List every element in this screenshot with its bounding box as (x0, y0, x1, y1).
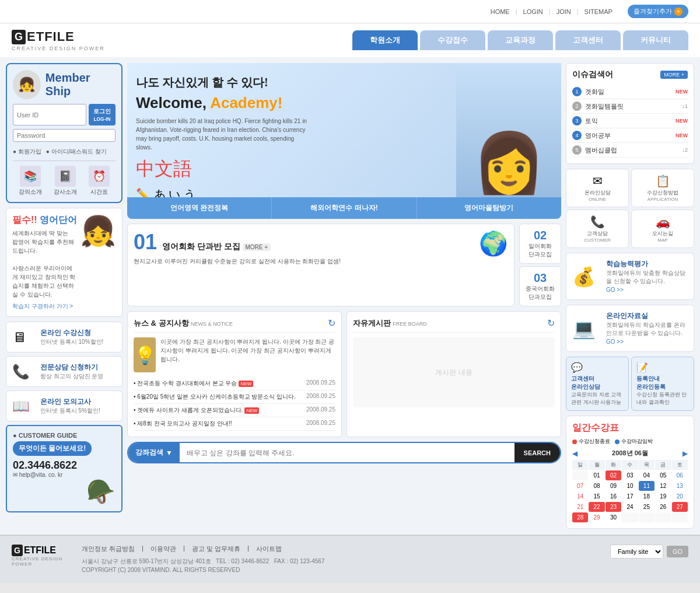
cal-day[interactable]: 18 (639, 491, 654, 501)
nav-home[interactable]: HOME (491, 8, 510, 15)
search-select[interactable]: 강좌검색 ▼ (128, 443, 180, 462)
search-input[interactable] (180, 443, 514, 462)
register-link[interactable]: ● 회원가입 (13, 148, 41, 156)
online-registration-card[interactable]: 🖥 온라인 수강신청 인터넷 등록시 10%할인! (6, 322, 123, 353)
nav-tab-4[interactable]: 커뮤니티 (623, 30, 688, 50)
nav-join[interactable]: JOIN (556, 8, 571, 15)
cal-day[interactable]: 28 (572, 512, 588, 522)
cal-day[interactable]: 14 (572, 491, 588, 501)
login-button[interactable]: 로그인LOG-IN (89, 104, 116, 125)
nav-tab-2[interactable]: 교육과정 (488, 30, 553, 50)
search-button[interactable]: SEARCH (514, 443, 560, 462)
quick-link-3[interactable]: 🚗 오시는길 MAP (631, 210, 694, 248)
footer-link-1[interactable]: 이용약관 (150, 545, 176, 553)
cal-day[interactable]: 09 (606, 481, 621, 491)
feature-go-0[interactable]: GO >> (606, 287, 624, 293)
cal-day[interactable]: 02 (606, 470, 621, 480)
quick-links: ✉ 온라인상담 ONLINE 📋 수강신청방법 APPLICATION 📞 고객… (566, 169, 694, 248)
footer-logo[interactable]: G ETFILE CREATIVE DESIGN POWER (12, 545, 70, 567)
cal-day[interactable]: 21 (572, 502, 588, 512)
cal-day (622, 512, 638, 522)
cal-day[interactable]: 27 (672, 502, 688, 512)
news-item-0[interactable]: • 전국초등 수학 경시대회에서 본교 우승NEW 2008.09.25 (134, 377, 335, 390)
cal-day[interactable]: 20 (672, 491, 688, 501)
cal-day[interactable]: 03 (622, 470, 638, 480)
cal-day[interactable]: 26 (655, 502, 671, 512)
quick-link-0[interactable]: ✉ 온라인상담 ONLINE (566, 169, 629, 207)
cal-day[interactable]: 13 (672, 481, 688, 491)
cnav-2[interactable]: 영어마을탐방기 (417, 197, 561, 219)
feature-go-1[interactable]: GO >> (606, 339, 624, 345)
more-button[interactable]: MORE + (243, 243, 271, 251)
logo[interactable]: G ETFILE CREATIVE DESIGN POWER (12, 29, 105, 51)
quick-link-2[interactable]: 📞 고객상담 CUSTOMER (566, 210, 629, 248)
issue-item-1[interactable]: 2 겟화일템플릿 ↓1 (572, 99, 688, 114)
find-id-link[interactable]: ● 아이디/패스워드 찾기 (46, 148, 107, 156)
cal-day[interactable]: 29 (589, 512, 604, 522)
issue-item-0[interactable]: 1 겟화일 NEW (572, 85, 688, 99)
cal-day[interactable]: 15 (589, 491, 604, 501)
cal-day[interactable]: 07 (572, 481, 588, 491)
nav-tab-0[interactable]: 학원소개 (352, 30, 418, 50)
feature-card-0: 💰 학습능력평가 겟화일에듀의 맞춤형 학습상담을 신청할 수 있습니다. GO… (566, 253, 694, 300)
cal-day[interactable]: 12 (655, 481, 671, 491)
family-site-select[interactable]: Family site (610, 545, 663, 559)
quick-link-1[interactable]: 📋 수강신청방법 APPLICATION (631, 169, 694, 207)
cal-day[interactable]: 04 (639, 470, 654, 480)
teacher-intro[interactable]: 📓 강사소개 (54, 166, 77, 196)
nav-tab-1[interactable]: 수강접수 (420, 30, 485, 50)
cal-day[interactable]: 24 (622, 502, 638, 512)
cnav-1[interactable]: 해외어학연수 떠나자! (272, 197, 416, 219)
news-item-1[interactable]: • 6월20일 5학년 일본 오사카 신케이초등학교 방문소식 입니다. 200… (134, 390, 335, 404)
footer-link-2[interactable]: 광고 및 업무제휴 (192, 545, 240, 553)
cc-item-1[interactable]: 📝 등록안내 온라인등록 수강신청 등록관련 안내와 결과확인 (631, 357, 694, 411)
cal-day[interactable]: 19 (655, 491, 671, 501)
cal-day[interactable]: 30 (606, 512, 621, 522)
news-refresh-icon[interactable]: ↻ (328, 318, 335, 329)
cal-prev[interactable]: ◀ (572, 449, 578, 458)
cc-item-0[interactable]: 💬 고객센터 온라인상담 교육문의와 자료 고객관련 게시판 사용가능 (566, 357, 629, 411)
footer-link-0[interactable]: 개인정보 취급방침 (82, 545, 135, 553)
cal-day[interactable]: 08 (589, 481, 604, 491)
learn-more-link[interactable]: 학습지 구경하러 가기 > (12, 302, 78, 311)
cal-day[interactable]: 06 (672, 470, 688, 480)
cal-day[interactable]: 05 (655, 470, 671, 480)
cal-day[interactable]: 01 (589, 470, 604, 480)
password-input[interactable] (13, 129, 116, 142)
footer-right: Family site GO (610, 545, 688, 559)
issue-item-3[interactable]: 4 영어공부 NEW (572, 128, 688, 143)
footer-info: 서울시 강남구 선릉로 590-17번지 삼성강남 401호 TEL : 02)… (82, 557, 325, 574)
issue-more-button[interactable]: MORE + (660, 71, 688, 79)
issue-item-4[interactable]: 5 멤버십클럽 ↓2 (572, 143, 688, 158)
cal-day[interactable]: 23 (606, 502, 621, 512)
schedule[interactable]: ⏰ 시간표 (89, 166, 110, 196)
nav-tab-3[interactable]: 고객센터 (555, 30, 621, 50)
cal-day[interactable]: 17 (622, 491, 638, 501)
userid-input[interactable] (13, 104, 86, 125)
lecture-intro[interactable]: 📚 강의소개 (19, 166, 42, 196)
news-item-2[interactable]: • 겟에듀 사이트가 새롭게 오픈되었습니다.NEW 2008.09.25 (134, 404, 335, 417)
cal-day[interactable]: 10 (622, 481, 638, 491)
news-item-3[interactable]: • 제8회 전국 모의고사 공지일정 안내!! 2008.09.25 (134, 417, 335, 431)
footer-link-3[interactable]: 사이트맵 (256, 545, 282, 553)
course-item-03[interactable]: 03 중국어회화단과모집 (519, 266, 561, 306)
cal-day[interactable]: 22 (589, 502, 604, 512)
cnav-0[interactable]: 언어영역 완전정복 (127, 197, 272, 219)
teacher-icon: 📓 (55, 166, 76, 187)
course-item-02[interactable]: 02 일어회화단과모집 (519, 224, 561, 264)
cal-day-today[interactable]: 11 (639, 481, 654, 491)
issue-item-2[interactable]: 3 토익 NEW (572, 114, 688, 128)
cal-day[interactable]: 16 (606, 491, 621, 501)
consulting-card[interactable]: 📞 전문상담 신청하기 항상 최고의 상담진 운영 (6, 356, 123, 387)
fav-button[interactable]: 즐겨찾기추가 + (628, 5, 688, 18)
mock-exam-card[interactable]: 📖 온라인 모의고사 인터넷 등록시 5%할인! (6, 390, 123, 421)
course-main: 01 영어회화 단과반 모집 MORE + 🌍 현지교사로 이루어진 커리큘럼 … (127, 224, 514, 306)
nav-sitemap[interactable]: SITEMAP (584, 8, 612, 15)
freeboard-refresh-icon[interactable]: ↻ (547, 318, 555, 329)
cal-next[interactable]: ▶ (682, 449, 688, 458)
cal-day[interactable]: 25 (639, 502, 654, 512)
nav-login[interactable]: LOGIN (523, 8, 543, 15)
header: G ETFILE CREATIVE DESIGN POWER 학원소개 수강접수… (0, 23, 700, 57)
globe-icon: 🌍 (479, 230, 508, 257)
go-button[interactable]: GO (667, 546, 688, 557)
